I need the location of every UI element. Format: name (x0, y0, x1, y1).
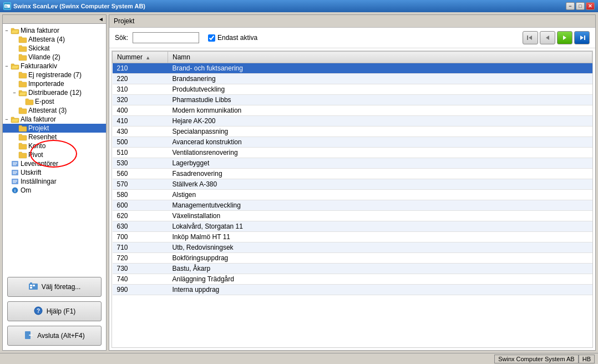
cell-namn: Managementutveckling (168, 200, 592, 211)
sidebar-item-resenhet[interactable]: Resenhet (3, 133, 106, 141)
minimize-button[interactable]: − (566, 2, 575, 10)
expand-icon: − (4, 117, 9, 122)
folder-icon (18, 142, 27, 150)
svg-text:?: ? (37, 308, 40, 314)
hjalp-icon: ? (33, 306, 43, 317)
sidebar-item-label: Vilande (2) (28, 53, 60, 61)
expand-icon (12, 54, 17, 60)
table-row[interactable]: 560Fasadrenovering (113, 169, 592, 179)
sidebar-item-ej-registrerade[interactable]: Ej registrerade (7) (3, 70, 106, 79)
folder-icon (11, 160, 19, 168)
folder-icon (11, 115, 19, 123)
left-panel: ◄ −Mina fakturorAttestera (4)SkickatVila… (2, 14, 107, 351)
cell-nummer: 620 (113, 211, 168, 221)
code-status: HB (579, 355, 595, 363)
cell-namn: Produktutveckling (168, 84, 592, 95)
title-bar-left: Swinx ScanLev (Swinx Computer System AB) (3, 2, 145, 10)
table-row[interactable]: 630Lokalvård, Storgatan 11 (113, 221, 592, 232)
cell-nummer: 220 (113, 74, 168, 84)
sidebar-item-om[interactable]: iOm (3, 186, 106, 195)
search-label: Sök: (115, 34, 128, 42)
sidebar-item-label: Skickat (28, 44, 50, 52)
table-row[interactable]: 210Brand- och fuktsanering (113, 63, 592, 74)
sidebar-item-attestera[interactable]: Attestera (4) (3, 35, 106, 44)
cell-namn: Alstigen (168, 190, 592, 200)
table-row[interactable]: 510Ventilationsrenovering (113, 148, 592, 158)
expand-icon (12, 125, 17, 131)
project-table: Nummer ▲ Namn 210Brand- och fuktsanering… (112, 50, 593, 348)
cell-namn: Anläggning Trädgård (168, 274, 592, 285)
table-row[interactable]: 400Modern kommunikation (113, 105, 592, 116)
cell-namn: Brand- och fuktsanering (168, 63, 592, 74)
status-bar: Swinx Computer System AB HB (0, 353, 598, 364)
folder-icon (18, 107, 27, 114)
right-panel: Projekt Sök: Endast aktiva (109, 14, 596, 351)
table-row[interactable]: 600Managementutveckling (113, 200, 592, 211)
sidebar-item-skickat[interactable]: Skickat (3, 44, 106, 53)
search-input[interactable] (133, 32, 199, 43)
avsluta-button[interactable]: Avsluta (Alt+F4) (7, 326, 102, 346)
cell-namn: Avancerad konstruktion (168, 137, 592, 148)
hjalp-button[interactable]: ?Hjälp (F1) (7, 301, 102, 321)
table-row[interactable]: 430Specialanpassning (113, 127, 592, 137)
cell-nummer: 570 (113, 179, 168, 190)
sidebar-item-fakturaarkiv[interactable]: −Fakturaarkiv (3, 62, 106, 70)
panel-collapse-btn[interactable]: ◄ (3, 15, 106, 24)
sidebar-item-vilande[interactable]: Vilande (2) (3, 53, 106, 62)
nav-first-button[interactable] (523, 31, 538, 44)
sidebar-item-label: Inställningar (21, 178, 57, 185)
aktiva-label[interactable]: Endast aktiva (217, 34, 257, 42)
nav-play-button[interactable] (557, 31, 572, 44)
sidebar-item-installningar[interactable]: Inställningar (3, 177, 106, 186)
sidebar-item-e-post[interactable]: E-post (3, 97, 106, 106)
sidebar-item-label: E-post (35, 98, 54, 105)
nav-prev-button[interactable] (540, 31, 555, 44)
folder-icon (18, 80, 27, 88)
sidebar-item-alla-fakturor[interactable]: −Alla fakturor (3, 115, 106, 124)
nav-next-button[interactable] (574, 31, 590, 44)
table-row[interactable]: 990Interna uppdrag (113, 285, 592, 295)
expand-icon (12, 152, 17, 158)
close-button[interactable]: ✕ (586, 2, 595, 10)
table-row[interactable]: 620Växelinstallation (113, 211, 592, 221)
table-row[interactable]: 740Anläggning Trädgård (113, 274, 592, 285)
sidebar-item-mina-fakturor[interactable]: −Mina fakturor (3, 26, 106, 35)
sidebar-item-leverantorer[interactable]: Leverantörer (3, 159, 106, 168)
table-row[interactable]: 720Bokföringsuppdrag (113, 253, 592, 264)
table-row[interactable]: 700Inköp Malmö HT 11 (113, 232, 592, 242)
navigation-tree: −Mina fakturorAttestera (4)SkickatViland… (3, 24, 106, 272)
table-row[interactable]: 500Avancerad konstruktion (113, 137, 592, 148)
cell-namn: Brandsanering (168, 74, 592, 84)
nummer-header[interactable]: Nummer ▲ (113, 52, 168, 63)
table-row[interactable]: 570Ställverk A-380 (113, 179, 592, 190)
cell-nummer: 500 (113, 137, 168, 148)
expand-icon (18, 99, 24, 104)
table-row[interactable]: 410Hejare AK-200 (113, 116, 592, 127)
sidebar-item-utskrift[interactable]: Utskrift (3, 168, 106, 177)
svg-text:i: i (14, 189, 16, 193)
table-row[interactable]: 730Bastu, Åkarp (113, 264, 592, 274)
svg-marker-30 (546, 36, 549, 40)
cell-namn: Lokalvård, Storgatan 11 (168, 221, 592, 232)
table-row[interactable]: 530Lagerbygget (113, 158, 592, 169)
table-row[interactable]: 710Utb, Redovisningsek (113, 242, 592, 253)
hjalp-label: Hjälp (F1) (47, 307, 76, 315)
valj-foretag-button[interactable]: Välj företag... (7, 277, 102, 297)
namn-header[interactable]: Namn (168, 52, 592, 63)
sidebar-item-attesterat[interactable]: Attesterat (3) (3, 106, 106, 115)
table-row[interactable]: 310Produktutveckling (113, 84, 592, 95)
table-row[interactable]: 580Alstigen (113, 190, 592, 200)
sidebar-item-pivot[interactable]: Pivot (3, 150, 106, 159)
maximize-button[interactable]: □ (576, 2, 585, 10)
sidebar-item-projekt[interactable]: Projekt (3, 124, 106, 133)
table-row[interactable]: 320Pharmastudie Libbs (113, 95, 592, 105)
sidebar-item-distribuerade[interactable]: −Distribuerade (12) (3, 88, 106, 97)
table-row[interactable]: 220Brandsanering (113, 74, 592, 84)
sidebar-item-importerade[interactable]: Importerade (3, 79, 106, 88)
sidebar-item-konto[interactable]: Konto (3, 141, 106, 150)
folder-icon (11, 169, 19, 176)
aktiva-checkbox[interactable] (208, 34, 215, 42)
cell-nummer: 560 (113, 169, 168, 179)
window-title: Swinx ScanLev (Swinx Computer System AB) (13, 3, 145, 9)
expand-icon: − (4, 63, 9, 69)
